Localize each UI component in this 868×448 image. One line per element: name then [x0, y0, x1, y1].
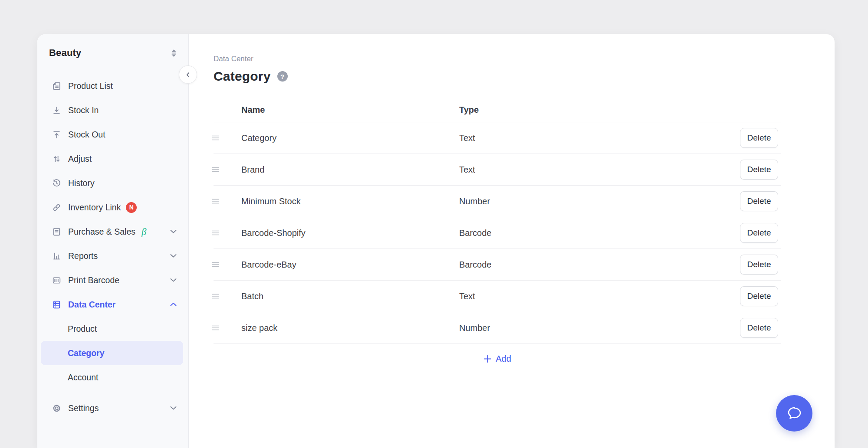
new-badge: N	[126, 202, 137, 213]
sidebar-subitem-product[interactable]: Product	[37, 317, 188, 341]
sidebar-item-label: Stock Out	[68, 130, 105, 140]
category-fields-table: Name Type Category Text Delete Brand Tex…	[214, 101, 781, 374]
chevron-down-icon	[170, 406, 177, 410]
data-center-icon	[51, 299, 62, 310]
table-header-row: Name Type	[214, 101, 781, 122]
field-name: Barcode-eBay	[241, 260, 296, 270]
field-type: Number	[459, 323, 490, 333]
sidebar-item-label: Inventory Link	[68, 203, 121, 213]
adjust-icon	[51, 154, 62, 164]
sidebar-item-stock-in[interactable]: Stock In	[37, 98, 188, 122]
field-type: Text	[459, 291, 475, 301]
sidebar-item-purchase-sales[interactable]: Purchase & Sales β	[37, 219, 188, 244]
chevron-down-icon	[170, 278, 177, 282]
plus-icon	[483, 355, 492, 363]
purchase-sales-icon	[51, 226, 62, 237]
column-header-name: Name	[241, 105, 265, 115]
sidebar-menu: Product List Stock In Stock Out	[37, 74, 188, 420]
sidebar-item-label: Stock In	[68, 105, 99, 115]
delete-button[interactable]: Delete	[740, 255, 778, 275]
workspace-switcher-icon	[171, 49, 177, 57]
sidebar-subitem-account[interactable]: Account	[37, 365, 188, 389]
link-icon	[51, 202, 62, 213]
drag-handle-icon[interactable]	[212, 262, 219, 268]
sidebar-item-data-center[interactable]: Data Center	[37, 292, 188, 317]
drag-handle-icon[interactable]	[212, 135, 219, 141]
field-name: Category	[241, 133, 276, 143]
delete-button[interactable]: Delete	[740, 286, 778, 306]
sidebar-item-label: Print Barcode	[68, 275, 119, 285]
sidebar-item-product-list[interactable]: Product List	[37, 74, 188, 98]
product-list-icon	[51, 81, 62, 91]
field-name: size pack	[241, 323, 277, 333]
delete-button[interactable]: Delete	[740, 160, 778, 180]
field-name: Barcode-Shopify	[241, 228, 306, 238]
sidebar-item-settings[interactable]: Settings	[37, 396, 188, 420]
workspace-switcher[interactable]: Beauty	[37, 47, 188, 59]
chevron-up-icon	[170, 303, 177, 307]
field-type: Barcode	[459, 228, 492, 238]
drag-handle-icon[interactable]	[212, 199, 219, 204]
help-icon[interactable]: ?	[277, 71, 288, 82]
table-row: Brand Text Delete	[214, 154, 781, 186]
sidebar-item-label: History	[68, 178, 95, 188]
gear-icon	[51, 403, 62, 413]
sidebar-item-inventory-link[interactable]: Inventory Link N	[37, 195, 188, 219]
sidebar-subitem-label: Product	[68, 324, 97, 334]
sidebar: Beauty Product List Stock In	[37, 34, 189, 448]
sidebar-item-label: Settings	[68, 403, 99, 413]
field-type: Barcode	[459, 260, 492, 270]
sidebar-item-label: Adjust	[68, 154, 92, 164]
main-content: Data Center Category ? Name Type Categor…	[189, 34, 835, 448]
app-window: Beauty Product List Stock In	[37, 34, 835, 448]
delete-button[interactable]: Delete	[740, 191, 778, 211]
page-title: Category	[214, 69, 271, 84]
beta-badge: β	[141, 227, 146, 237]
sidebar-item-label: Data Center	[68, 300, 115, 310]
sidebar-item-adjust[interactable]: Adjust	[37, 147, 188, 171]
delete-button[interactable]: Delete	[740, 223, 778, 243]
table-row: Barcode-Shopify Barcode Delete	[214, 217, 781, 249]
sidebar-item-reports[interactable]: Reports	[37, 244, 188, 268]
chevron-down-icon	[170, 230, 177, 234]
field-type: Text	[459, 133, 475, 143]
add-label: Add	[496, 354, 511, 364]
add-field-button[interactable]: Add	[214, 344, 781, 374]
sidebar-collapse-button[interactable]	[179, 65, 197, 84]
field-name: Batch	[241, 291, 263, 301]
sidebar-item-print-barcode[interactable]: Print Barcode	[37, 268, 188, 292]
drag-handle-icon[interactable]	[212, 325, 219, 331]
column-header-type: Type	[459, 105, 479, 115]
sidebar-subitem-label: Account	[68, 373, 98, 383]
chat-bubble-icon	[785, 404, 804, 423]
field-name: Minimum Stock	[241, 196, 301, 206]
history-icon	[51, 178, 62, 188]
sidebar-item-history[interactable]: History	[37, 171, 188, 195]
field-name: Brand	[241, 165, 264, 175]
sidebar-subitem-label: Category	[68, 348, 105, 358]
chat-fab-button[interactable]	[776, 395, 812, 432]
sidebar-item-label: Reports	[68, 251, 98, 261]
stock-out-icon	[51, 129, 62, 140]
drag-handle-icon[interactable]	[212, 294, 219, 299]
table-row: Category Text Delete	[214, 122, 781, 154]
reports-icon	[51, 251, 62, 261]
workspace-name: Beauty	[49, 47, 82, 59]
drag-handle-icon[interactable]	[212, 230, 219, 236]
stock-in-icon	[51, 105, 62, 115]
delete-button[interactable]: Delete	[740, 128, 778, 148]
table-row: Barcode-eBay Barcode Delete	[214, 249, 781, 281]
sidebar-item-stock-out[interactable]: Stock Out	[37, 122, 188, 147]
print-barcode-icon	[51, 275, 62, 285]
page-background: Beauty Product List Stock In	[0, 0, 868, 448]
table-row: size pack Number Delete	[214, 312, 781, 344]
drag-handle-icon[interactable]	[212, 167, 219, 173]
table-row: Batch Text Delete	[214, 281, 781, 312]
table-row: Minimum Stock Number Delete	[214, 186, 781, 217]
chevron-down-icon	[170, 254, 177, 258]
delete-button[interactable]: Delete	[740, 318, 778, 338]
sidebar-item-label: Purchase & Sales	[68, 227, 135, 237]
chevron-left-icon	[185, 72, 191, 78]
breadcrumb: Data Center	[214, 55, 835, 63]
sidebar-subitem-category[interactable]: Category	[41, 341, 183, 365]
